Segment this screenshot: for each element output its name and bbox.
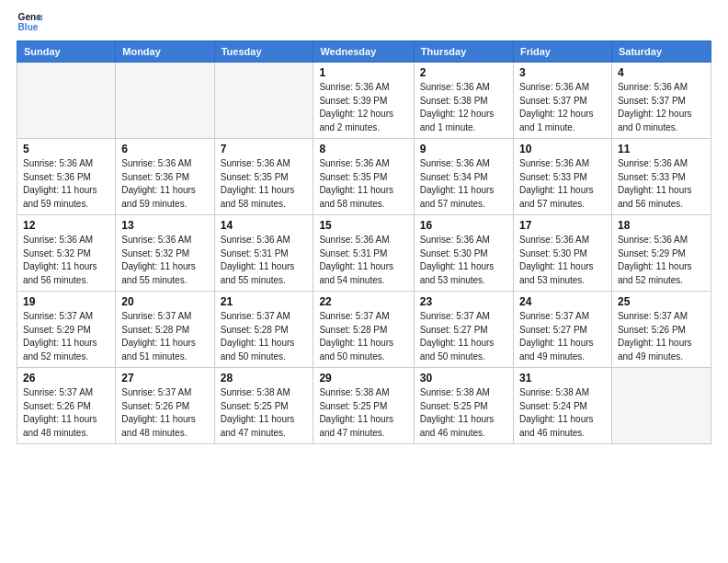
logo-icon: General Blue — [17, 9, 42, 35]
day-number: 18 — [618, 219, 705, 232]
calendar-cell: 29Sunrise: 5:38 AMSunset: 5:25 PMDayligh… — [313, 368, 414, 444]
weekday-header-row: SundayMondayTuesdayWednesdayThursdayFrid… — [17, 41, 711, 63]
calendar-cell: 19Sunrise: 5:37 AMSunset: 5:29 PMDayligh… — [17, 292, 116, 368]
calendar-cell — [611, 368, 711, 444]
day-info: Sunrise: 5:36 AMSunset: 5:36 PMDaylight:… — [121, 157, 208, 211]
day-number: 4 — [618, 66, 705, 79]
day-info: Sunrise: 5:36 AMSunset: 5:33 PMDaylight:… — [519, 157, 606, 211]
day-number: 13 — [121, 219, 208, 232]
day-number: 6 — [121, 143, 208, 155]
day-info: Sunrise: 5:38 AMSunset: 5:25 PMDaylight:… — [420, 386, 507, 440]
day-info: Sunrise: 5:37 AMSunset: 5:28 PMDaylight:… — [221, 310, 308, 363]
day-number: 19 — [23, 295, 109, 308]
calendar-cell: 12Sunrise: 5:36 AMSunset: 5:32 PMDayligh… — [17, 215, 116, 292]
day-number: 30 — [420, 372, 507, 385]
day-number: 25 — [618, 295, 705, 308]
calendar-cell: 23Sunrise: 5:37 AMSunset: 5:27 PMDayligh… — [414, 292, 513, 368]
day-number: 8 — [319, 143, 407, 155]
svg-text:Blue: Blue — [18, 22, 39, 32]
day-number: 12 — [23, 219, 109, 232]
week-row-3: 12Sunrise: 5:36 AMSunset: 5:32 PMDayligh… — [17, 215, 711, 292]
day-number: 23 — [420, 295, 507, 308]
day-number: 15 — [319, 219, 407, 232]
day-info: Sunrise: 5:36 AMSunset: 5:30 PMDaylight:… — [420, 234, 507, 287]
calendar-cell: 14Sunrise: 5:36 AMSunset: 5:31 PMDayligh… — [214, 215, 313, 292]
calendar-cell: 1Sunrise: 5:36 AMSunset: 5:39 PMDaylight… — [313, 63, 414, 139]
calendar-cell: 31Sunrise: 5:38 AMSunset: 5:24 PMDayligh… — [513, 368, 611, 444]
calendar-cell: 22Sunrise: 5:37 AMSunset: 5:28 PMDayligh… — [313, 292, 414, 368]
day-info: Sunrise: 5:36 AMSunset: 5:35 PMDaylight:… — [221, 157, 308, 211]
day-number: 20 — [121, 295, 208, 308]
calendar-cell: 3Sunrise: 5:36 AMSunset: 5:37 PMDaylight… — [513, 63, 611, 139]
week-row-1: 1Sunrise: 5:36 AMSunset: 5:39 PMDaylight… — [17, 63, 711, 139]
day-number: 16 — [420, 219, 507, 232]
day-number: 2 — [420, 66, 507, 79]
day-info: Sunrise: 5:36 AMSunset: 5:33 PMDaylight:… — [618, 157, 705, 211]
day-number: 10 — [519, 143, 606, 155]
calendar-cell: 28Sunrise: 5:38 AMSunset: 5:25 PMDayligh… — [214, 368, 313, 444]
day-number: 3 — [519, 66, 606, 79]
day-info: Sunrise: 5:36 AMSunset: 5:30 PMDaylight:… — [519, 234, 606, 287]
day-number: 27 — [121, 372, 208, 385]
day-number: 29 — [319, 372, 407, 385]
weekday-header-sunday: Sunday — [17, 41, 116, 63]
calendar-cell: 6Sunrise: 5:36 AMSunset: 5:36 PMDaylight… — [116, 139, 214, 215]
calendar-cell: 15Sunrise: 5:36 AMSunset: 5:31 PMDayligh… — [313, 215, 414, 292]
calendar-cell: 21Sunrise: 5:37 AMSunset: 5:28 PMDayligh… — [214, 292, 313, 368]
calendar-cell: 17Sunrise: 5:36 AMSunset: 5:30 PMDayligh… — [513, 215, 611, 292]
calendar-cell: 9Sunrise: 5:36 AMSunset: 5:34 PMDaylight… — [414, 139, 513, 215]
calendar-cell — [17, 63, 116, 139]
day-number: 5 — [23, 143, 109, 155]
calendar-cell: 30Sunrise: 5:38 AMSunset: 5:25 PMDayligh… — [414, 368, 513, 444]
weekday-header-monday: Monday — [116, 41, 214, 63]
day-number: 14 — [221, 219, 308, 232]
day-number: 24 — [519, 295, 606, 308]
day-info: Sunrise: 5:37 AMSunset: 5:29 PMDaylight:… — [23, 310, 109, 363]
calendar-cell: 26Sunrise: 5:37 AMSunset: 5:26 PMDayligh… — [17, 368, 116, 444]
calendar-cell: 10Sunrise: 5:36 AMSunset: 5:33 PMDayligh… — [513, 139, 611, 215]
calendar-cell: 11Sunrise: 5:36 AMSunset: 5:33 PMDayligh… — [611, 139, 711, 215]
calendar-cell: 5Sunrise: 5:36 AMSunset: 5:36 PMDaylight… — [17, 139, 116, 215]
day-number: 28 — [221, 372, 308, 385]
day-info: Sunrise: 5:36 AMSunset: 5:31 PMDaylight:… — [221, 234, 308, 287]
week-row-4: 19Sunrise: 5:37 AMSunset: 5:29 PMDayligh… — [17, 292, 711, 368]
calendar-cell: 4Sunrise: 5:36 AMSunset: 5:37 PMDaylight… — [611, 63, 711, 139]
day-info: Sunrise: 5:38 AMSunset: 5:24 PMDaylight:… — [519, 386, 606, 440]
weekday-header-wednesday: Wednesday — [313, 41, 414, 63]
calendar-cell: 18Sunrise: 5:36 AMSunset: 5:29 PMDayligh… — [611, 215, 711, 292]
weekday-header-tuesday: Tuesday — [214, 41, 313, 63]
calendar-cell: 27Sunrise: 5:37 AMSunset: 5:26 PMDayligh… — [116, 368, 214, 444]
day-number: 26 — [23, 372, 109, 385]
page-header: General Blue — [17, 9, 711, 35]
weekday-header-thursday: Thursday — [414, 41, 513, 63]
day-info: Sunrise: 5:36 AMSunset: 5:37 PMDaylight:… — [519, 81, 606, 134]
day-info: Sunrise: 5:36 AMSunset: 5:31 PMDaylight:… — [319, 234, 407, 287]
calendar-cell: 24Sunrise: 5:37 AMSunset: 5:27 PMDayligh… — [513, 292, 611, 368]
day-number: 7 — [221, 143, 308, 155]
day-info: Sunrise: 5:36 AMSunset: 5:37 PMDaylight:… — [618, 81, 705, 134]
week-row-5: 26Sunrise: 5:37 AMSunset: 5:26 PMDayligh… — [17, 368, 711, 444]
day-number: 21 — [221, 295, 308, 308]
calendar-cell: 20Sunrise: 5:37 AMSunset: 5:28 PMDayligh… — [116, 292, 214, 368]
day-number: 22 — [319, 295, 407, 308]
calendar-cell: 2Sunrise: 5:36 AMSunset: 5:38 PMDaylight… — [414, 63, 513, 139]
weekday-header-friday: Friday — [513, 41, 611, 63]
day-info: Sunrise: 5:36 AMSunset: 5:38 PMDaylight:… — [420, 81, 507, 134]
day-info: Sunrise: 5:37 AMSunset: 5:27 PMDaylight:… — [519, 310, 606, 363]
day-info: Sunrise: 5:36 AMSunset: 5:32 PMDaylight:… — [121, 234, 208, 287]
day-info: Sunrise: 5:37 AMSunset: 5:26 PMDaylight:… — [618, 310, 705, 363]
day-info: Sunrise: 5:36 AMSunset: 5:29 PMDaylight:… — [618, 234, 705, 287]
calendar-table: SundayMondayTuesdayWednesdayThursdayFrid… — [17, 40, 711, 444]
day-info: Sunrise: 5:37 AMSunset: 5:27 PMDaylight:… — [420, 310, 507, 363]
day-number: 11 — [618, 143, 705, 155]
day-info: Sunrise: 5:37 AMSunset: 5:26 PMDaylight:… — [121, 386, 208, 440]
day-info: Sunrise: 5:37 AMSunset: 5:28 PMDaylight:… — [121, 310, 208, 363]
calendar-cell: 7Sunrise: 5:36 AMSunset: 5:35 PMDaylight… — [214, 139, 313, 215]
day-info: Sunrise: 5:36 AMSunset: 5:34 PMDaylight:… — [420, 157, 507, 211]
day-info: Sunrise: 5:36 AMSunset: 5:32 PMDaylight:… — [23, 234, 109, 287]
day-info: Sunrise: 5:37 AMSunset: 5:26 PMDaylight:… — [23, 386, 109, 440]
day-number: 31 — [519, 372, 606, 385]
day-info: Sunrise: 5:36 AMSunset: 5:36 PMDaylight:… — [23, 157, 109, 211]
day-info: Sunrise: 5:38 AMSunset: 5:25 PMDaylight:… — [319, 386, 407, 440]
calendar-cell: 16Sunrise: 5:36 AMSunset: 5:30 PMDayligh… — [414, 215, 513, 292]
